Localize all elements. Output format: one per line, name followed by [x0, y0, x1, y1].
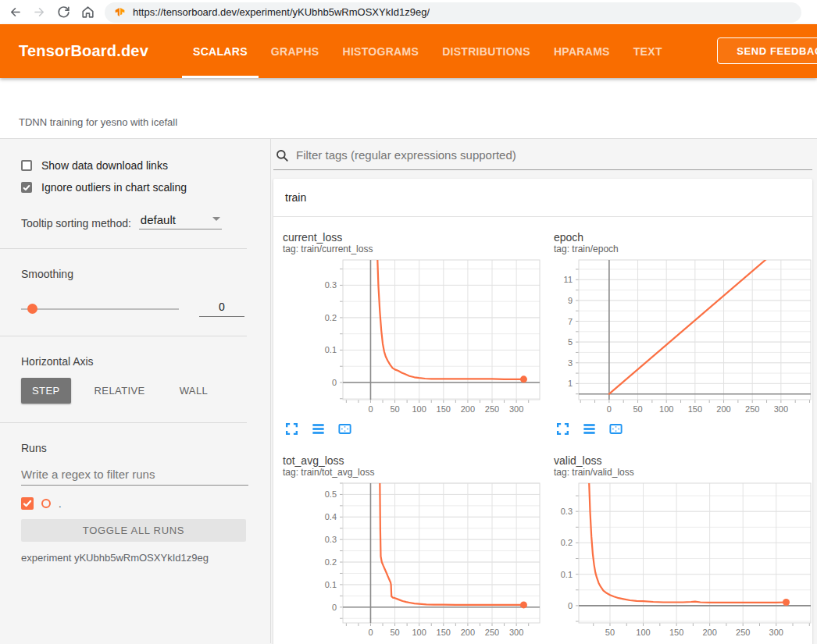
svg-text:150: 150 [688, 404, 702, 414]
horizontal-axis-toggle: STEP RELATIVE WALL [21, 378, 270, 404]
tab-text[interactable]: TEXT [622, 24, 674, 78]
axis-wall-button[interactable]: WALL [169, 378, 219, 404]
svg-text:0: 0 [368, 404, 373, 414]
fit-domain-icon[interactable] [608, 422, 623, 436]
chart-plot-tot_avg_loss[interactable]: 00.10.20.30.40.5050100150200250300 [276, 480, 542, 640]
show-download-links-row[interactable]: Show data download links [21, 159, 270, 172]
chart-tag: tag: train/current_loss [283, 244, 546, 254]
svg-text:0.3: 0.3 [325, 280, 337, 290]
ignore-outliers-checkbox[interactable] [21, 182, 32, 193]
address-bar[interactable]: https://tensorboard.dev/experiment/yKUbh… [105, 2, 801, 23]
svg-text:0: 0 [568, 601, 573, 610]
expand-chart-icon[interactable] [284, 422, 299, 436]
experiment-subtitle-bar: TDNN training for yesno with icefall [0, 78, 817, 139]
home-icon[interactable] [80, 5, 95, 20]
chart-card-current_loss: current_losstag: train/current_loss00.10… [276, 226, 546, 437]
svg-text:150: 150 [437, 628, 451, 637]
tooltip-sorting-select[interactable]: default [139, 213, 222, 229]
svg-text:0.3: 0.3 [325, 535, 337, 544]
back-icon[interactable] [8, 5, 23, 20]
svg-text:250: 250 [745, 404, 759, 414]
brand-logo[interactable]: TensorBoard.dev [19, 42, 148, 60]
chart-title: epoch [554, 231, 812, 244]
train-section-header[interactable]: train [273, 179, 812, 217]
show-download-links-label: Show data download links [41, 159, 168, 172]
chart-tag: tag: train/epoch [554, 244, 812, 254]
svg-text:250: 250 [736, 628, 750, 637]
svg-text:0: 0 [332, 603, 337, 612]
tag-filter-row [273, 145, 812, 170]
svg-text:150: 150 [437, 404, 451, 414]
svg-text:200: 200 [461, 628, 475, 637]
svg-text:300: 300 [509, 404, 523, 414]
axis-relative-button[interactable]: RELATIVE [84, 378, 156, 404]
run-checkbox[interactable] [21, 497, 34, 510]
sidebar-divider [0, 336, 247, 336]
smoothing-slider-thumb[interactable] [27, 304, 37, 314]
svg-text:0.2: 0.2 [325, 557, 337, 567]
fit-domain-icon[interactable] [337, 422, 352, 436]
train-section-card: train current_losstag: train/current_los… [273, 179, 812, 644]
sidebar-divider [0, 248, 247, 249]
sidebar-divider [0, 422, 247, 423]
svg-text:0: 0 [607, 404, 612, 414]
app-header: TensorBoard.dev SCALARS GRAPHS HISTOGRAM… [0, 24, 817, 78]
url-text: https://tensorboard.dev/experiment/yKUbh… [133, 6, 430, 18]
tab-distributions[interactable]: DISTRIBUTIONS [430, 24, 542, 78]
svg-text:100: 100 [636, 628, 650, 637]
svg-text:300: 300 [769, 628, 783, 637]
ignore-outliers-row[interactable]: Ignore outliers in chart scaling [21, 181, 270, 194]
tab-histograms[interactable]: HISTOGRAMS [330, 24, 430, 78]
tab-hparams[interactable]: HPARAMS [542, 24, 622, 78]
smoothing-label: Smoothing [21, 268, 270, 280]
svg-text:300: 300 [774, 404, 788, 414]
main-panel: train current_losstag: train/current_los… [271, 139, 817, 643]
axis-step-button[interactable]: STEP [21, 378, 71, 404]
svg-text:0.5: 0.5 [325, 489, 337, 499]
chart-plot-valid_loss[interactable]: 00.10.20.350100150200250300 [548, 480, 812, 640]
svg-text:0.1: 0.1 [561, 570, 573, 579]
svg-text:50: 50 [605, 628, 615, 637]
svg-text:0.1: 0.1 [325, 580, 337, 589]
smoothing-slider[interactable] [21, 308, 179, 310]
show-download-links-checkbox[interactable] [21, 160, 32, 171]
runs-selector-icon[interactable] [582, 422, 597, 436]
chart-actions [555, 422, 812, 437]
tag-filter-input[interactable] [294, 148, 811, 162]
tab-scalars[interactable]: SCALARS [181, 24, 259, 78]
chart-tag: tag: train/valid_loss [554, 467, 812, 478]
smoothing-value-field[interactable]: 0 [199, 301, 244, 317]
toggle-all-runs-button[interactable]: TOGGLE ALL RUNS [21, 519, 246, 542]
svg-text:50: 50 [390, 628, 399, 637]
check-icon [23, 183, 30, 192]
svg-text:50: 50 [390, 404, 399, 414]
tab-graphs[interactable]: GRAPHS [259, 24, 331, 78]
runs-regex-input[interactable] [21, 465, 248, 486]
run-color-swatch[interactable] [41, 499, 51, 508]
svg-text:200: 200 [461, 404, 475, 414]
svg-text:250: 250 [485, 628, 499, 637]
svg-text:100: 100 [412, 404, 426, 414]
svg-text:250: 250 [485, 404, 499, 414]
chart-actions [284, 422, 546, 437]
svg-text:200: 200 [702, 628, 716, 637]
svg-text:0.3: 0.3 [561, 507, 573, 516]
search-icon [275, 148, 289, 162]
svg-text:50: 50 [633, 404, 642, 414]
chart-card-tot_avg_loss: tot_avg_losstag: train/tot_avg_loss00.10… [276, 450, 546, 644]
chart-tag: tag: train/tot_avg_loss [283, 467, 546, 478]
reload-icon[interactable] [56, 5, 71, 20]
run-row[interactable]: . [21, 497, 270, 510]
chart-plot-epoch[interactable]: 1357911050100150200250300 [548, 257, 812, 417]
chart-card-valid_loss: valid_losstag: train/valid_loss00.10.20.… [548, 450, 812, 644]
chart-plot-current_loss[interactable]: 00.10.20.3050100150200250300 [276, 257, 542, 417]
expand-chart-icon[interactable] [555, 422, 570, 436]
tooltip-sorting-value: default [141, 213, 176, 226]
svg-text:3: 3 [568, 358, 573, 368]
browser-toolbar: https://tensorboard.dev/experiment/yKUbh… [0, 0, 817, 24]
forward-icon[interactable] [32, 5, 47, 20]
runs-selector-icon[interactable] [311, 422, 326, 436]
chart-title: tot_avg_loss [283, 454, 546, 467]
tooltip-sorting-label: Tooltip sorting method: [21, 217, 131, 229]
send-feedback-button[interactable]: SEND FEEDBACK [717, 37, 817, 64]
